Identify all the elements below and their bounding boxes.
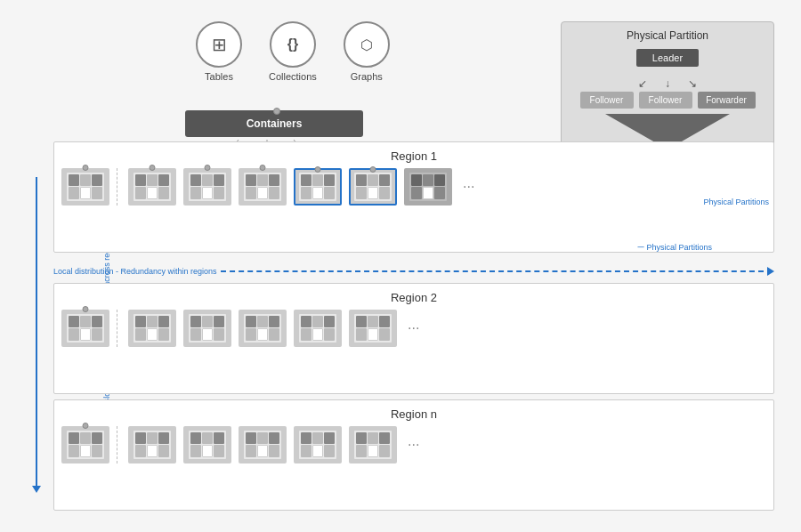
tables-icon: ⊞ bbox=[196, 21, 242, 68]
bracket-arrow: ─ bbox=[637, 242, 643, 252]
partition-dot bbox=[83, 165, 89, 171]
region-n-row: Region n bbox=[53, 399, 774, 511]
global-distribution-arrow bbox=[32, 177, 41, 493]
ellipsis-r1: ··· bbox=[463, 179, 474, 195]
collections-icon: {} bbox=[270, 21, 316, 68]
pp-follower-2: Follower bbox=[639, 92, 692, 109]
physical-partitions-bracket-label: ─ Physical Partitions bbox=[637, 242, 712, 252]
diagram-container: ⊞ Tables {} Collections ⬡ Graphs Contain… bbox=[18, 12, 783, 520]
pp-follower-1: Follower bbox=[580, 92, 634, 109]
tables-icon-item: ⊞ Tables bbox=[196, 21, 242, 82]
partition-r2-4 bbox=[294, 310, 342, 347]
partition-rn-3 bbox=[239, 426, 287, 463]
pp-followers-row: Follower Follower Forwarder bbox=[569, 92, 766, 109]
partition-r1-2 bbox=[183, 168, 231, 206]
ellipsis-rn: ··· bbox=[408, 437, 419, 453]
ellipsis-r2: ··· bbox=[408, 320, 419, 336]
partition-rn-2 bbox=[183, 426, 231, 463]
partition-r1-highlighted-1 bbox=[294, 168, 342, 206]
partition-r1-3 bbox=[239, 168, 287, 206]
region-n-partitions: ··· bbox=[61, 426, 766, 463]
region-1-row: Region 1 bbox=[53, 141, 774, 253]
physical-partition-box: Physical Partition Leader ↙ ↓ ↘ Follower… bbox=[561, 21, 774, 157]
physical-partition-title: Physical Partition bbox=[569, 29, 766, 42]
partition-r2-5 bbox=[349, 310, 397, 347]
graphs-icon: ⬡ bbox=[344, 21, 390, 68]
physical-partitions-label: Physical Partitions bbox=[703, 197, 769, 206]
partition-r1-1 bbox=[128, 168, 176, 206]
pp-forwarder: Forwarder bbox=[698, 92, 756, 109]
local-distribution-row: Local distribution - Redundancy within r… bbox=[53, 258, 774, 278]
region-1-partitions: ··· Physical Partitions bbox=[61, 168, 766, 206]
partition-rn-1 bbox=[128, 426, 176, 463]
pp-arrows: ↙ ↓ ↘ bbox=[569, 77, 766, 90]
partition-set-block-r2 bbox=[61, 310, 109, 347]
containers-bar: Containers bbox=[185, 110, 363, 137]
partition-r2-1 bbox=[128, 310, 176, 347]
partition-set-block-rn bbox=[61, 426, 109, 463]
top-icons-group: ⊞ Tables {} Collections ⬡ Graphs bbox=[196, 21, 390, 82]
region-2-row: Region 2 bbox=[53, 283, 774, 394]
pp-leader: Leader bbox=[636, 49, 699, 67]
collections-label: Collections bbox=[269, 71, 317, 82]
partition-r1-highlighted-2 bbox=[349, 168, 397, 206]
partition-rn-4 bbox=[294, 426, 342, 463]
partition-r2-3 bbox=[239, 310, 287, 347]
pp-label-text: Physical Partitions bbox=[646, 243, 712, 252]
region-2-partitions: ··· bbox=[61, 310, 766, 347]
tables-label: Tables bbox=[205, 71, 233, 82]
region-1-title: Region 1 bbox=[61, 149, 766, 163]
local-distribution-label: Local distribution - Redundancy within r… bbox=[53, 267, 217, 276]
partition-r2-2 bbox=[183, 310, 231, 347]
local-dist-line bbox=[221, 270, 764, 272]
partition-rn-5 bbox=[349, 426, 397, 463]
collections-icon-item: {} Collections bbox=[269, 21, 317, 82]
graphs-icon-item: ⬡ Graphs bbox=[344, 21, 390, 82]
region-n-title: Region n bbox=[61, 407, 766, 421]
graphs-label: Graphs bbox=[351, 71, 383, 82]
regions-container: Region 1 bbox=[53, 141, 774, 511]
region-2-title: Region 2 bbox=[61, 291, 766, 304]
partition-r1-dark bbox=[404, 168, 452, 206]
containers-dot bbox=[273, 108, 280, 115]
local-dist-arrow bbox=[767, 267, 774, 276]
partition-set-block-r1 bbox=[61, 168, 109, 206]
